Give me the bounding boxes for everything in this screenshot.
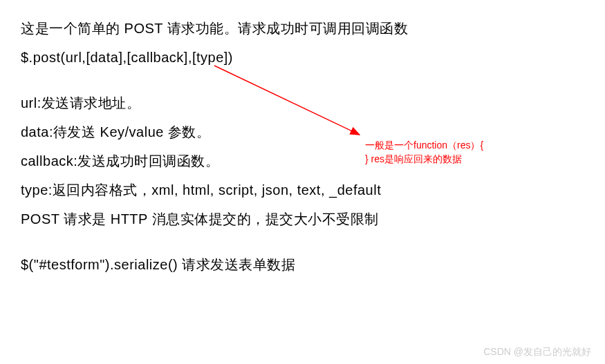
serialize-text: $("#testform").serialize() 请求发送表单数据 (21, 250, 584, 279)
syntax-text: $.post(url,[data],[callback],[type]) (21, 43, 584, 72)
param-callback: callback:发送成功时回调函数。 (21, 146, 584, 175)
annotation-line2: } res是响应回来的数据 (365, 152, 483, 166)
annotation-line1: 一般是一个function（res）{ (365, 138, 483, 152)
param-data: data:待发送 Key/value 参数。 (21, 117, 584, 146)
annotation-block: 一般是一个function（res）{ } res是响应回来的数据 (365, 138, 483, 166)
intro-text: 这是一个简单的 POST 请求功能。请求成功时可调用回调函数 (21, 14, 584, 43)
watermark-text: CSDN @发自己的光就好 (483, 346, 591, 358)
post-note: POST 请求是 HTTP 消息实体提交的，提交大小不受限制 (21, 204, 584, 233)
param-url: url:发送请求地址。 (21, 88, 584, 117)
param-type: type:返回内容格式，xml, html, script, json, tex… (21, 175, 584, 204)
